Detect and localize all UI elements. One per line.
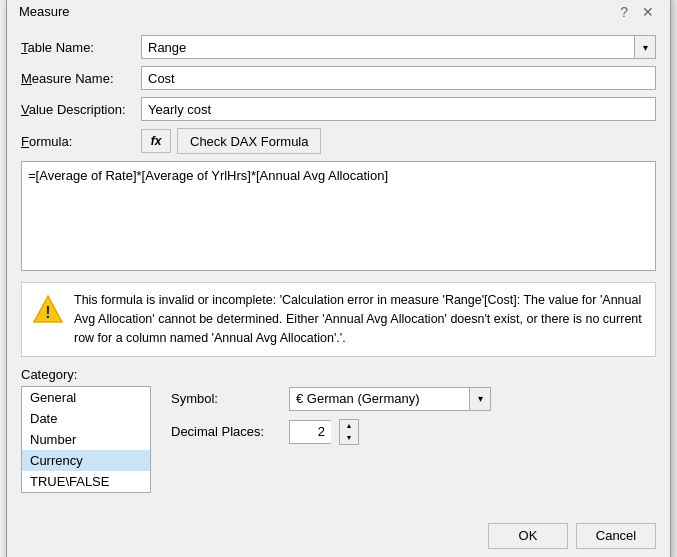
category-item-number[interactable]: Number (22, 429, 150, 450)
value-description-label: Value Description: (21, 102, 141, 117)
category-section: Category: General Date Number Currency T… (21, 367, 656, 493)
decimal-input[interactable] (289, 420, 331, 444)
category-item-currency[interactable]: Currency (22, 450, 150, 471)
measure-name-input[interactable] (141, 66, 656, 90)
table-name-wrapper: ▾ (141, 35, 656, 59)
table-name-input[interactable] (141, 35, 634, 59)
dialog-title: Measure (19, 4, 70, 19)
value-description-input[interactable] (141, 97, 656, 121)
decimal-increment-btn[interactable]: ▲ (340, 420, 358, 432)
category-list: General Date Number Currency TRUE\FALSE (21, 386, 151, 493)
measure-dialog: Measure ? ✕ Table Name: ▾ Measure Name: (6, 0, 671, 557)
category-label: Category: (21, 367, 151, 382)
table-name-label: Table Name: (21, 40, 141, 55)
decimal-label: Decimal Places: (171, 424, 281, 439)
svg-text:!: ! (45, 304, 50, 321)
formula-editor[interactable]: =[Average of Rate]*[Average of YrlHrs]*[… (21, 161, 656, 271)
table-name-row: Table Name: ▾ (21, 35, 656, 59)
symbol-input[interactable] (289, 387, 469, 411)
measure-name-row: Measure Name: (21, 66, 656, 90)
category-item-general[interactable]: General (22, 387, 150, 408)
formula-row: Formula: fx Check DAX Formula (21, 128, 656, 154)
title-bar-controls: ? ✕ (616, 5, 658, 19)
ok-button[interactable]: OK (488, 523, 568, 549)
symbol-row: Symbol: ▾ (171, 387, 491, 411)
error-message: This formula is invalid or incomplete: '… (74, 291, 645, 347)
decimal-decrement-btn[interactable]: ▼ (340, 432, 358, 444)
help-button[interactable]: ? (616, 5, 632, 19)
symbol-label: Symbol: (171, 391, 281, 406)
measure-name-label: Measure Name: (21, 71, 141, 86)
dialog-footer: OK Cancel (7, 515, 670, 557)
symbol-dropdown-wrapper: ▾ (289, 387, 491, 411)
error-box: ! This formula is invalid or incomplete:… (21, 282, 656, 356)
check-dax-button[interactable]: Check DAX Formula (177, 128, 321, 154)
warning-icon: ! (32, 293, 64, 325)
category-group: Category: General Date Number Currency T… (21, 367, 151, 493)
decimal-row: Decimal Places: ▲ ▼ (171, 419, 491, 445)
table-name-dropdown-btn[interactable]: ▾ (634, 35, 656, 59)
category-item-date[interactable]: Date (22, 408, 150, 429)
formula-label: Formula: (21, 134, 141, 149)
symbol-dropdown-btn[interactable]: ▾ (469, 387, 491, 411)
close-button[interactable]: ✕ (638, 5, 658, 19)
fx-button[interactable]: fx (141, 129, 171, 153)
symbol-decimal-section: Symbol: ▾ Decimal Places: ▲ ▼ (171, 387, 491, 445)
title-bar: Measure ? ✕ (7, 0, 670, 25)
decimal-spinner: ▲ ▼ (339, 419, 359, 445)
category-item-truefalse[interactable]: TRUE\FALSE (22, 471, 150, 492)
value-description-row: Value Description: (21, 97, 656, 121)
cancel-button[interactable]: Cancel (576, 523, 656, 549)
dialog-body: Table Name: ▾ Measure Name: Value Descri… (7, 25, 670, 514)
